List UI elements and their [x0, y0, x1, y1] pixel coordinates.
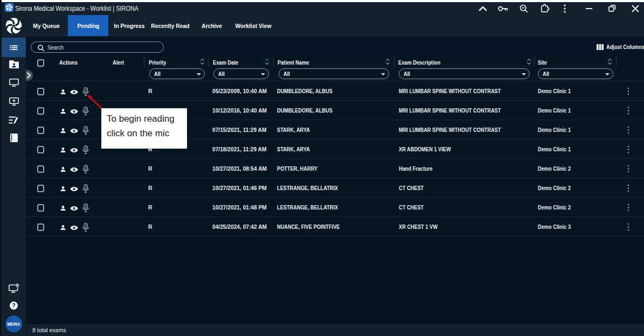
svg-text:MDRA: MDRA — [7, 322, 20, 327]
svg-text:?: ? — [12, 302, 15, 309]
